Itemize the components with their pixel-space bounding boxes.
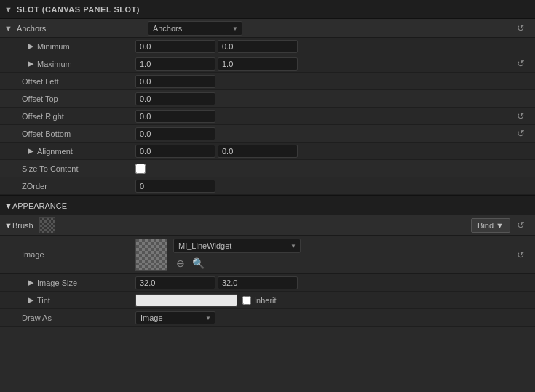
alignment-label: Alignment: [37, 147, 73, 156]
slot-title: SLOT (CANVAS PANEL SLOT): [17, 5, 140, 14]
alignment-chevron[interactable]: ▶: [28, 146, 33, 156]
image-size-row: ▶ Image Size: [0, 274, 535, 292]
alignment-label-wrapper: ▶ Alignment: [4, 146, 135, 156]
offset-left-label: Offset Left: [4, 77, 135, 86]
minimum-y-input[interactable]: [218, 40, 298, 53]
maximum-row: ▶ Maximum ↺: [0, 55, 535, 73]
maximum-y-input[interactable]: [218, 57, 298, 71]
brush-row: ▼ Brush Bind ▼ ↺: [0, 215, 535, 236]
image-dropdown-wrapper: MI_LineWidget: [173, 239, 301, 253]
image-dropdown-row: MI_LineWidget: [173, 239, 344, 253]
anchors-group-chevron[interactable]: ▼: [4, 24, 12, 33]
offset-right-label: Offset Right: [4, 112, 135, 121]
image-thumbnail: [135, 239, 167, 271]
draw-as-inputs: Image Box Border Retina Box: [135, 311, 531, 324]
zorder-input[interactable]: [135, 180, 215, 193]
draw-as-dropdown-wrapper: Image Box Border Retina Box: [135, 311, 215, 324]
image-remove-button[interactable]: ⊖: [173, 256, 188, 271]
tint-label-wrapper: ▶ Tint: [4, 295, 135, 305]
anchors-dropdown[interactable]: Anchors Custom Fill Top Left Top Center …: [148, 21, 242, 36]
size-to-content-inputs: [135, 164, 531, 174]
alignment-inputs: [135, 145, 531, 158]
offset-right-row: Offset Right ↺: [0, 108, 535, 125]
minimum-label-wrapper: ▶ Minimum: [4, 41, 135, 51]
slot-header: ▼ SLOT (CANVAS PANEL SLOT): [0, 0, 535, 19]
size-to-content-row: Size To Content: [0, 160, 535, 177]
minimum-label: Minimum: [37, 42, 70, 51]
appearance-chevron[interactable]: ▼: [4, 201, 12, 210]
offset-left-row: Offset Left: [0, 73, 535, 90]
offset-right-input[interactable]: [135, 110, 215, 123]
anchors-group-header: ▼ Anchors Anchors Custom Fill Top Left T…: [0, 19, 535, 38]
anchors-reset-button[interactable]: ↺: [513, 22, 528, 35]
minimum-chevron[interactable]: ▶: [28, 41, 33, 51]
image-size-label-wrapper: ▶ Image Size: [4, 278, 135, 287]
slot-chevron[interactable]: ▼: [4, 5, 12, 14]
tint-color-input[interactable]: [135, 294, 237, 307]
alignment-y-input[interactable]: [218, 145, 298, 158]
offset-top-inputs: [135, 92, 531, 105]
bind-label: Bind: [477, 221, 494, 230]
minimum-row: ▶ Minimum: [0, 38, 535, 55]
maximum-label: Maximum: [37, 60, 72, 68]
appearance-title: APPEARANCE: [12, 201, 67, 210]
minimum-x-input[interactable]: [135, 40, 215, 53]
image-controls: MI_LineWidget ⊖ 🔍: [173, 239, 344, 271]
offset-bottom-inputs: [135, 127, 513, 140]
offset-top-label: Offset Top: [4, 95, 135, 103]
bind-button[interactable]: Bind ▼: [471, 218, 510, 233]
draw-as-label: Draw As: [4, 313, 135, 322]
maximum-chevron[interactable]: ▶: [28, 59, 33, 68]
brush-label: Brush: [12, 221, 33, 230]
image-size-y-input[interactable]: [218, 276, 298, 289]
image-dropdown[interactable]: MI_LineWidget: [173, 239, 301, 253]
size-to-content-label: Size To Content: [4, 164, 135, 173]
alignment-x-input[interactable]: [135, 145, 215, 158]
draw-as-row: Draw As Image Box Border Retina Box: [0, 309, 535, 327]
offset-left-inputs: [135, 75, 531, 88]
tint-inputs: Inherit: [135, 294, 531, 307]
maximum-x-input[interactable]: [135, 57, 215, 71]
brush-chevron[interactable]: ▼: [4, 221, 12, 230]
image-zoom-button[interactable]: 🔍: [191, 256, 205, 271]
offset-top-row: Offset Top: [0, 90, 535, 108]
offset-bottom-reset-button[interactable]: ↺: [513, 127, 528, 140]
appearance-header: ▼ APPEARANCE: [0, 195, 535, 215]
maximum-label-wrapper: ▶ Maximum: [4, 59, 135, 68]
brush-reset-button[interactable]: ↺: [513, 219, 528, 232]
maximum-reset-button[interactable]: ↺: [513, 57, 528, 71]
offset-bottom-input[interactable]: [135, 127, 215, 140]
brush-thumbnail: [39, 217, 55, 233]
image-reset-button[interactable]: ↺: [513, 248, 528, 261]
inherit-label: Inherit: [242, 296, 277, 305]
zorder-label: ZOrder: [4, 182, 135, 191]
image-label: Image: [4, 250, 135, 259]
image-row: Image MI_LineWidget ⊖ 🔍 ↺: [0, 236, 535, 274]
anchors-dropdown-wrapper: Anchors Custom Fill Top Left Top Center …: [148, 21, 242, 36]
image-action-buttons: ⊖ 🔍: [173, 256, 344, 271]
offset-bottom-row: Offset Bottom ↺: [0, 125, 535, 143]
anchors-group-label: Anchors: [17, 24, 148, 33]
image-size-chevron[interactable]: ▶: [28, 278, 33, 287]
image-size-x-input[interactable]: [135, 276, 215, 289]
offset-right-inputs: [135, 110, 513, 123]
offset-left-input[interactable]: [135, 75, 215, 88]
inherit-text: Inherit: [254, 296, 277, 305]
tint-chevron[interactable]: ▶: [28, 295, 33, 305]
offset-right-reset-button[interactable]: ↺: [513, 110, 528, 123]
offset-bottom-label: Offset Bottom: [4, 129, 135, 138]
zorder-inputs: [135, 180, 531, 193]
minimum-inputs: [135, 40, 531, 53]
image-size-label: Image Size: [37, 279, 77, 287]
bind-chevron-icon: ▼: [496, 221, 504, 230]
alignment-row: ▶ Alignment: [0, 143, 535, 160]
maximum-inputs: [135, 57, 513, 71]
zorder-row: ZOrder: [0, 177, 535, 195]
draw-as-dropdown[interactable]: Image Box Border Retina Box: [135, 311, 215, 324]
offset-top-input[interactable]: [135, 92, 215, 105]
inherit-checkbox[interactable]: [242, 296, 251, 305]
size-to-content-checkbox[interactable]: [135, 164, 146, 174]
tint-label: Tint: [37, 296, 50, 305]
image-size-inputs: [135, 276, 531, 289]
tint-row: ▶ Tint Inherit: [0, 292, 535, 309]
